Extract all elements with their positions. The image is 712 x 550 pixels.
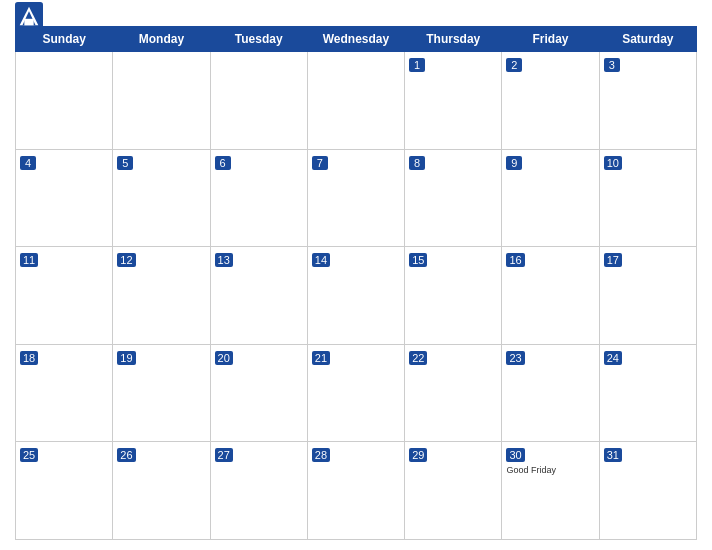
calendar-cell: 7 xyxy=(307,149,404,247)
calendar-cell: 3 xyxy=(599,52,696,150)
calendar-week-2: 45678910 xyxy=(16,149,697,247)
date-number: 29 xyxy=(409,448,427,462)
weekday-header-thursday: Thursday xyxy=(405,27,502,52)
date-number: 12 xyxy=(117,253,135,267)
calendar-cell: 23 xyxy=(502,344,599,442)
weekday-header-wednesday: Wednesday xyxy=(307,27,404,52)
weekday-header-row: SundayMondayTuesdayWednesdayThursdayFrid… xyxy=(16,27,697,52)
date-number: 24 xyxy=(604,351,622,365)
calendar-cell: 27 xyxy=(210,442,307,540)
date-number: 30 xyxy=(506,448,524,462)
date-number: 31 xyxy=(604,448,622,462)
calendar-cell: 30Good Friday xyxy=(502,442,599,540)
logo xyxy=(15,2,46,30)
date-number: 18 xyxy=(20,351,38,365)
calendar-cell: 26 xyxy=(113,442,210,540)
date-number: 8 xyxy=(409,156,425,170)
date-number: 14 xyxy=(312,253,330,267)
date-number: 4 xyxy=(20,156,36,170)
svg-rect-3 xyxy=(24,19,33,26)
date-number: 13 xyxy=(215,253,233,267)
calendar-cell: 6 xyxy=(210,149,307,247)
calendar-week-1: 0000123 xyxy=(16,52,697,150)
calendar-cell: 1 xyxy=(405,52,502,150)
calendar-cell: 14 xyxy=(307,247,404,345)
calendar-cell: 22 xyxy=(405,344,502,442)
date-number: 2 xyxy=(506,58,522,72)
date-number: 20 xyxy=(215,351,233,365)
weekday-header-monday: Monday xyxy=(113,27,210,52)
calendar-cell: 10 xyxy=(599,149,696,247)
calendar-table: SundayMondayTuesdayWednesdayThursdayFrid… xyxy=(15,26,697,540)
calendar-cell: 12 xyxy=(113,247,210,345)
date-number: 26 xyxy=(117,448,135,462)
date-number: 3 xyxy=(604,58,620,72)
calendar-cell: 24 xyxy=(599,344,696,442)
calendar-cell: 28 xyxy=(307,442,404,540)
date-number: 17 xyxy=(604,253,622,267)
calendar-cell: 16 xyxy=(502,247,599,345)
weekday-header-tuesday: Tuesday xyxy=(210,27,307,52)
date-number: 25 xyxy=(20,448,38,462)
calendar-cell: 31 xyxy=(599,442,696,540)
calendar-cell: 29 xyxy=(405,442,502,540)
date-number: 9 xyxy=(506,156,522,170)
date-number: 11 xyxy=(20,253,38,267)
date-number: 16 xyxy=(506,253,524,267)
calendar-cell: 11 xyxy=(16,247,113,345)
calendar-cell: 4 xyxy=(16,149,113,247)
date-number: 5 xyxy=(117,156,133,170)
date-number: 27 xyxy=(215,448,233,462)
date-number: 10 xyxy=(604,156,622,170)
calendar-cell: 21 xyxy=(307,344,404,442)
weekday-header-saturday: Saturday xyxy=(599,27,696,52)
calendar-cell: 9 xyxy=(502,149,599,247)
calendar-cell: 0 xyxy=(113,52,210,150)
date-number: 6 xyxy=(215,156,231,170)
calendar-week-5: 252627282930Good Friday31 xyxy=(16,442,697,540)
calendar-cell: 17 xyxy=(599,247,696,345)
date-number: 19 xyxy=(117,351,135,365)
calendar-week-3: 11121314151617 xyxy=(16,247,697,345)
date-number: 15 xyxy=(409,253,427,267)
calendar-cell: 5 xyxy=(113,149,210,247)
calendar-cell: 2 xyxy=(502,52,599,150)
calendar-cell: 25 xyxy=(16,442,113,540)
date-number: 22 xyxy=(409,351,427,365)
weekday-header-friday: Friday xyxy=(502,27,599,52)
calendar-header xyxy=(15,10,697,20)
calendar-cell: 15 xyxy=(405,247,502,345)
holiday-label: Good Friday xyxy=(506,465,594,475)
calendar-cell: 0 xyxy=(16,52,113,150)
logo-icon xyxy=(15,2,43,30)
calendar-cell: 0 xyxy=(307,52,404,150)
calendar-week-4: 18192021222324 xyxy=(16,344,697,442)
date-number: 28 xyxy=(312,448,330,462)
calendar-cell: 8 xyxy=(405,149,502,247)
calendar-cell: 20 xyxy=(210,344,307,442)
date-number: 1 xyxy=(409,58,425,72)
date-number: 21 xyxy=(312,351,330,365)
calendar-cell: 18 xyxy=(16,344,113,442)
calendar-cell: 19 xyxy=(113,344,210,442)
date-number: 7 xyxy=(312,156,328,170)
date-number: 23 xyxy=(506,351,524,365)
calendar-cell: 13 xyxy=(210,247,307,345)
weekday-header-sunday: Sunday xyxy=(16,27,113,52)
calendar-cell: 0 xyxy=(210,52,307,150)
